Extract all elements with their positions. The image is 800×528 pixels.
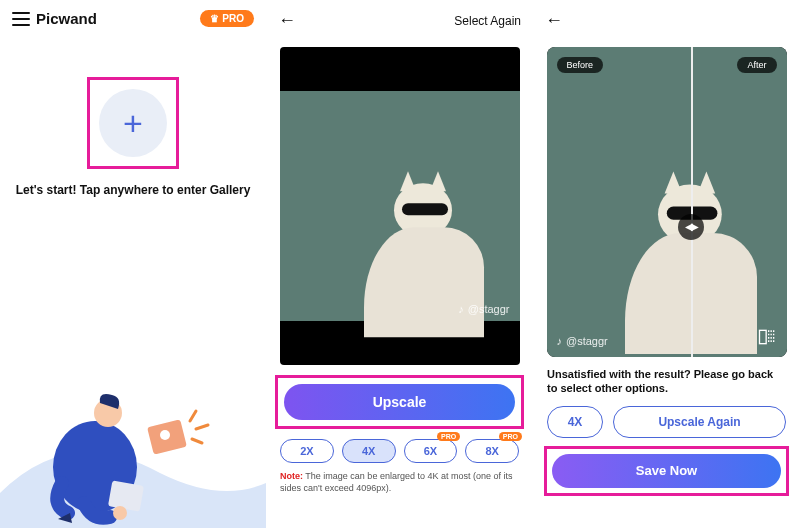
compare-divider (691, 47, 693, 357)
upscale-again-button[interactable]: Upscale Again (613, 406, 786, 438)
result-header: ← (533, 0, 800, 41)
unsatisfied-text: Unsatisfied with the result? Please go b… (547, 367, 786, 396)
before-label: Before (557, 57, 604, 73)
music-note-icon (458, 303, 464, 315)
header-left: Picwand (12, 10, 97, 27)
save-now-button[interactable]: Save Now (552, 454, 781, 488)
back-icon[interactable]: ← (278, 10, 296, 31)
scale-2x[interactable]: 2X (280, 439, 334, 463)
compare-slider-handle[interactable]: ◀▶ (678, 214, 704, 240)
result-options: 4X Upscale Again (547, 406, 786, 438)
menu-icon[interactable] (12, 12, 30, 26)
image-content (280, 91, 520, 321)
pro-tag: PRO (437, 432, 460, 441)
resolution-note: Note: The image can be enlarged to 4K at… (280, 471, 519, 494)
music-note-icon (557, 335, 563, 347)
watermark-text: @staggr (468, 303, 510, 315)
add-circle[interactable]: + (99, 89, 167, 157)
compare-image (547, 47, 787, 357)
back-icon[interactable]: ← (545, 10, 563, 31)
compare-preview[interactable]: Before After ◀▶ @staggr (547, 47, 787, 357)
add-image-area[interactable]: + Let's start! Tap anywhere to enter Gal… (0, 77, 266, 197)
scale-options: 2X 4X 6XPRO 8XPRO (280, 439, 519, 463)
scale-4x[interactable]: 4X (342, 439, 396, 463)
scale-6x[interactable]: 6XPRO (404, 439, 458, 463)
result-panel: ← Before After ◀▶ @staggr Unsatisfied wi (533, 0, 800, 528)
home-panel: Picwand ♛ PRO + Let's start! Tap anywher… (0, 0, 266, 528)
upscale-button[interactable]: Upscale (284, 384, 515, 420)
upscale-panel: ← Select Again @staggr Upscale 2X 4X 6XP… (266, 0, 533, 528)
pro-tag: PRO (499, 432, 522, 441)
svg-point-5 (113, 506, 127, 520)
watermark: @staggr (458, 303, 509, 315)
home-illustration (0, 363, 266, 528)
svg-point-3 (160, 430, 170, 440)
image-preview: @staggr (280, 47, 520, 365)
start-text: Let's start! Tap anywhere to enter Galle… (0, 183, 266, 197)
result-scale-pill[interactable]: 4X (547, 406, 603, 438)
home-header: Picwand ♛ PRO (0, 0, 266, 27)
crown-icon: ♛ (210, 13, 219, 24)
upscale-highlight: Upscale (275, 375, 524, 429)
compare-mode-icon[interactable] (757, 327, 777, 347)
plus-icon: + (123, 106, 143, 140)
select-again-button[interactable]: Select Again (454, 14, 521, 28)
pro-label: PRO (222, 13, 244, 24)
note-prefix: Note: (280, 471, 303, 481)
svg-rect-4 (108, 480, 144, 511)
upscale-header: ← Select Again (266, 0, 533, 41)
scale-8x[interactable]: 8XPRO (465, 439, 519, 463)
watermark: @staggr (557, 335, 608, 347)
app-title: Picwand (36, 10, 97, 27)
svg-rect-6 (759, 330, 766, 343)
watermark-text: @staggr (566, 335, 608, 347)
tutorial-highlight: + (87, 77, 179, 169)
note-text: The image can be enlarged to 4K at most … (280, 471, 512, 493)
pro-badge[interactable]: ♛ PRO (200, 10, 254, 27)
save-highlight: Save Now (544, 446, 789, 496)
after-label: After (737, 57, 776, 73)
